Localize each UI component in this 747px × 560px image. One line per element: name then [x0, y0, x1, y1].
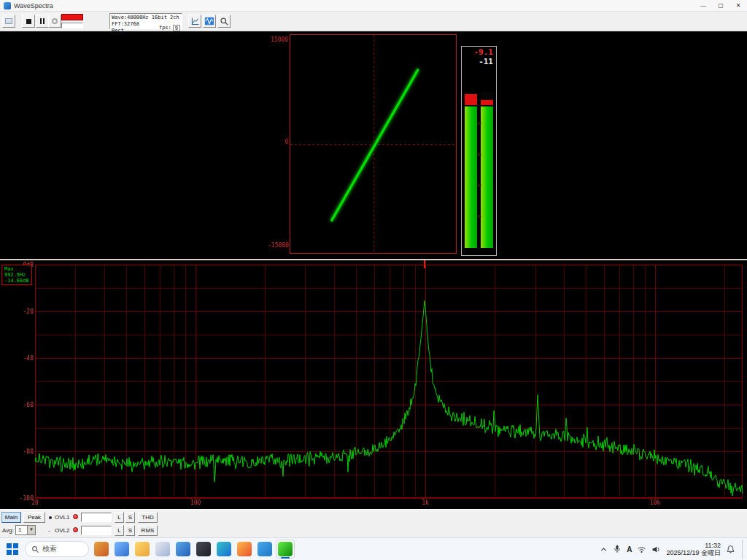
settings-button[interactable] [217, 15, 231, 28]
freq-axis-label: 100 [186, 499, 205, 506]
search-icon [31, 545, 39, 553]
speaker-icon [651, 545, 661, 554]
active-app-indicator [281, 557, 290, 559]
axes-icon [190, 17, 200, 26]
ovl2-field[interactable] [81, 526, 112, 535]
position-strip [61, 23, 83, 28]
chevron-up-icon [600, 545, 608, 553]
axis-settings-button[interactable] [188, 15, 201, 28]
pause-button[interactable] [36, 15, 49, 28]
stop-icon [26, 19, 31, 24]
taskbar-app-terminal[interactable] [194, 540, 213, 559]
taskbar-app-chat[interactable] [112, 540, 131, 559]
chat-icon [115, 542, 129, 556]
windows-logo-icon [7, 543, 18, 555]
dash-label: - [48, 527, 50, 534]
close-button[interactable]: ✕ [729, 0, 747, 11]
avg-value: 1 [18, 526, 21, 533]
search-placeholder: 検索 [42, 544, 57, 554]
pause-icon [40, 18, 44, 24]
xy-lissajous-scope [290, 34, 457, 254]
xy-ymax-label: 15000 [268, 36, 288, 43]
window-title: WaveSpectra [14, 2, 53, 9]
l-channel-button-1[interactable]: L [115, 512, 124, 523]
chevron-down-icon[interactable]: ▼ [27, 526, 35, 534]
taskbar-apps [92, 540, 295, 559]
spectrum-canvas [0, 260, 747, 509]
level-green-fill [465, 106, 477, 248]
peak-hold-red-segment [481, 100, 493, 105]
xy-ymid-label: 0 [268, 139, 288, 145]
s-channel-button-1[interactable]: S [125, 512, 135, 523]
freq-axis-label: 10k [646, 499, 665, 506]
overload-indicator [61, 14, 83, 20]
taskbar-app-mail[interactable] [174, 540, 193, 559]
maximize-button[interactable]: ▢ [712, 0, 729, 11]
db-axis-label: -80 [10, 448, 34, 455]
taskbar-app-pinned-group[interactable] [92, 540, 111, 559]
window-controls: — ▢ ✕ [694, 0, 747, 11]
trace-color-swatch [49, 516, 52, 519]
max-level: -14.66dB [4, 278, 29, 284]
xy-scope-canvas [290, 35, 456, 253]
main-button[interactable]: Main [1, 512, 21, 523]
show-desktop-button[interactable] [742, 540, 744, 559]
photos-icon [155, 542, 170, 556]
max-label: Max [4, 266, 29, 272]
tray-chevron-button[interactable] [600, 545, 608, 553]
right-peak-readout: -11 [479, 57, 493, 66]
network-button[interactable] [637, 545, 646, 554]
l-channel-button-2[interactable]: L [115, 525, 124, 536]
avg-label: Avg: [2, 527, 14, 534]
peak-hold-red-segment [465, 94, 477, 105]
thd-button[interactable]: THD [138, 512, 158, 523]
wave-format-text: Wave:48000Hz 16bit 2ch [112, 15, 180, 21]
scope-area: 15000 0 -15000 -9.1 -11 10203040 [0, 31, 747, 259]
minimize-button[interactable]: — [694, 0, 712, 11]
db-axis-label: -60 [10, 402, 34, 408]
peak-button[interactable]: Peak [23, 512, 45, 523]
ime-mode-indicator[interactable]: A [627, 545, 632, 553]
db-axis-label: -20 [10, 308, 34, 315]
taskbar-app-photos[interactable] [153, 540, 172, 559]
mail-icon [176, 542, 190, 556]
avg-select[interactable]: 1 ▼ [15, 525, 36, 535]
freq-axis-label: 1k [416, 499, 435, 506]
level-green-fill [481, 106, 493, 248]
taskbar-app-edge[interactable] [214, 540, 233, 559]
clock-time: 11:32 [666, 542, 721, 549]
db-axis-label: -40 [10, 355, 34, 362]
taskbar-app-wavespectra[interactable] [276, 540, 295, 559]
wavespectra-window: WaveSpectra — ▢ ✕ Wave:48000Hz 16bit 2ch… [0, 0, 747, 560]
microphone-icon [613, 545, 622, 553]
clock[interactable]: 11:32 2025/12/19 金曜日 [666, 542, 721, 556]
taskbar-app-explorer[interactable] [133, 540, 152, 559]
record-button[interactable] [48, 15, 61, 28]
ovl1-field[interactable] [81, 513, 112, 522]
max-readout-box: Max 992.9Hz -14.66dB [1, 265, 32, 285]
explorer-icon [135, 542, 150, 556]
terminal-icon [196, 542, 211, 556]
stop-button[interactable] [22, 15, 35, 28]
left-peak-readout: -9.1 [474, 47, 494, 57]
microphone-tray-button[interactable] [613, 545, 622, 553]
window-layout-button[interactable] [2, 15, 15, 28]
spectrum-view-button[interactable] [203, 15, 216, 28]
volume-button[interactable] [651, 545, 661, 554]
taskbar: 検索 A [0, 537, 747, 560]
wavespectra-app-icon [4, 2, 11, 9]
search-box[interactable]: 検索 [25, 541, 89, 557]
fps-label: fps: [159, 25, 171, 31]
max-frequency: 992.9Hz [4, 272, 29, 278]
taskbar-app-firefox[interactable] [235, 540, 254, 559]
rms-button[interactable]: RMS [138, 525, 158, 536]
meter-bars [465, 92, 493, 248]
notification-button[interactable] [726, 545, 735, 554]
s-channel-button-2[interactable]: S [125, 525, 135, 536]
taskbar-app-vscode[interactable] [255, 540, 274, 559]
wavespectra-icon [278, 542, 293, 556]
start-button[interactable] [3, 540, 22, 559]
record-icon [52, 18, 58, 24]
waveform-icon [204, 16, 214, 26]
ovl1-label: OVL1 [55, 514, 69, 521]
